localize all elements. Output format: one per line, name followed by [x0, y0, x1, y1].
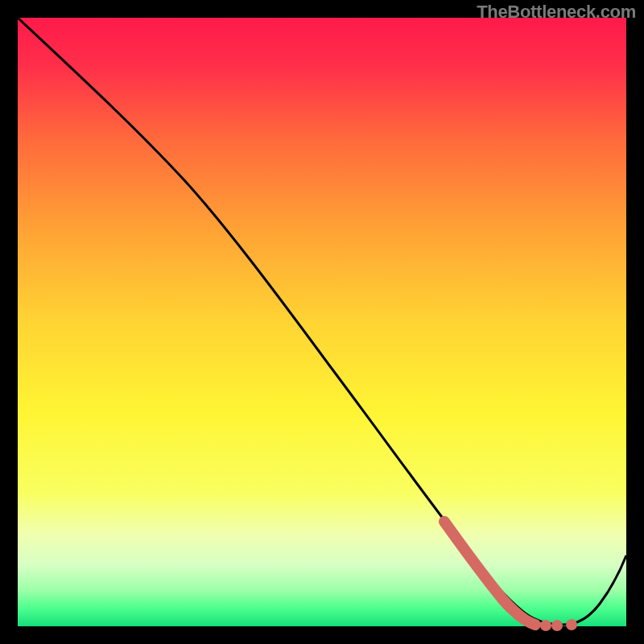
svg-point-1	[551, 620, 563, 631]
gradient-background	[18, 18, 626, 626]
frame-right	[626, 0, 644, 644]
chart-container: TheBottleneck.com	[0, 0, 644, 644]
svg-point-0	[540, 620, 551, 631]
bottleneck-chart	[0, 0, 644, 644]
svg-point-2	[566, 619, 577, 630]
optimal-range-dots	[540, 619, 577, 631]
frame-left	[0, 0, 18, 644]
watermark-label: TheBottleneck.com	[477, 2, 636, 23]
plot-area	[0, 0, 644, 644]
